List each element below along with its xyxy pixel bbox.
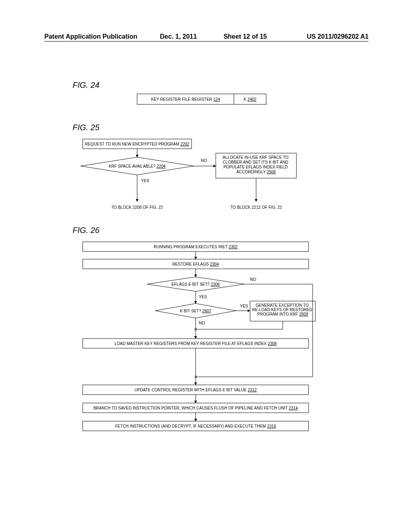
fig26-b6: FETCH INSTRUCTIONS (AND DECRYPT, IF NECE… xyxy=(115,424,276,428)
fig24-krf-text: KEY REGISTER FILE REGISTER 124 xyxy=(151,97,220,102)
fig26-d1-yes: YES xyxy=(199,295,207,299)
header-sheet: Sheet 12 of 15 xyxy=(223,33,267,40)
fig26-b4: UPDATE CONTROL REGISTER WITH EFLAGS E BI… xyxy=(134,388,257,392)
content: FIG. 24 KEY REGISTER FILE REGISTER 124 K… xyxy=(44,64,369,532)
fig26-d1: EFLAGS E BIT SET? 2306 xyxy=(171,282,220,287)
fig25-to-left: TO BLOCK 2208 OF FIG. 22 xyxy=(111,205,163,210)
header-publication: Patent Application Publication xyxy=(44,33,138,40)
fig25-rightbox: ALLOCATE IN-USE KRF SPACE TO CLOBBER AND… xyxy=(223,155,290,174)
fig25-yes: YES xyxy=(141,179,149,183)
fig25-decision: KRF SPACE AVAILABLE? 2204 xyxy=(108,164,166,168)
fig25-label: FIG. 25 xyxy=(73,123,100,132)
fig25-to-right: TO BLOCK 2212 OF FIG. 22 xyxy=(230,205,282,210)
header-date: Dec. 1, 2011 xyxy=(160,33,197,40)
fig26-rbox: GENERATE EXCEPTION TO RE-LOAD KEYS OF RE… xyxy=(252,303,313,316)
fig26-d2-no: NO xyxy=(199,321,205,325)
fig25-no: NO xyxy=(201,158,207,163)
page: Patent Application Publication Dec. 1, 2… xyxy=(0,0,413,532)
fig26-b3: LOAD MASTER KEY REGISTERS FROM KEY REGIS… xyxy=(115,341,277,346)
fig25-svg: REQUEST TO RUN NEW ENCRYPTED PROGRAM 220… xyxy=(44,137,369,222)
fig25-start: REQUEST TO RUN NEW ENCRYPTED PROGRAM 220… xyxy=(85,142,190,146)
header-pubnum: US 2011/0296202 A1 xyxy=(307,33,369,40)
fig24-k-text: K 2402 xyxy=(244,97,257,102)
fig26-b1: RUNNING PROGRAM EXECUTES IRET 2302 xyxy=(154,245,238,249)
fig26-d2-yes: YES xyxy=(240,304,248,308)
fig26-label: FIG. 26 xyxy=(73,226,100,235)
fig24-svg: KEY REGISTER FILE REGISTER 124 K 2402 xyxy=(44,92,369,108)
fig26-svg: RUNNING PROGRAM EXECUTES IRET 2302 RESTO… xyxy=(44,240,369,466)
fig26-b2: RESTORE EFLAGS 2304 xyxy=(172,262,219,266)
fig26-d2: K BIT SET? 2607 xyxy=(180,309,211,313)
fig24-label: FIG. 24 xyxy=(73,81,100,90)
fig26-b5: BRANCH TO SAVED INSTRUCTION POINTER, WHI… xyxy=(94,406,298,410)
fig26-d1-no: NO xyxy=(250,277,256,282)
page-header: Patent Application Publication Dec. 1, 2… xyxy=(44,33,369,42)
